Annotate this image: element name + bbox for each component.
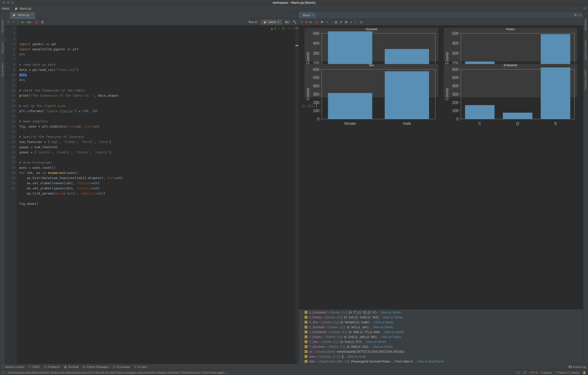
arrow-down-icon[interactable]: ↓ — [17, 20, 19, 24]
editor-tab[interactable]: titanic.py ✕ — [10, 12, 36, 18]
run-cell-icon[interactable]: ▶I — [22, 20, 24, 24]
console-tab[interactable]: titanic ✕ — [299, 12, 317, 18]
svg-text:Counts: Counts — [306, 52, 310, 64]
svg-text:500: 500 — [452, 31, 458, 36]
close-dot[interactable] — [2, 1, 5, 4]
svg-text:300: 300 — [452, 92, 458, 96]
svg-point-2 — [13, 14, 13, 14]
var-row[interactable]: 〉axes = {ndarray: (2, 2)} [[ …View as Ar… — [299, 354, 583, 359]
svg-text:male: male — [403, 121, 411, 126]
event-log-label: Event Log — [573, 365, 586, 368]
svg-text:300: 300 — [313, 51, 319, 55]
debug-icon[interactable]: 🐞 — [315, 20, 318, 24]
delete-icon[interactable]: 🗑 — [41, 20, 44, 24]
arrow-up-icon[interactable]: ↑ — [13, 20, 14, 24]
code-editor[interactable]: 1▶23▶45678▶91011121314151617181920212223… — [5, 26, 298, 364]
history-icon[interactable]: ◷ — [360, 20, 362, 24]
run-in-label: Run in: — [249, 20, 258, 24]
settings2-icon[interactable]: ✱ — [321, 20, 323, 24]
wrench-icon[interactable]: 🔧 — [293, 20, 296, 24]
tool-todo[interactable]: ≡ TODO — [29, 365, 40, 368]
window-controls[interactable] — [0, 1, 14, 4]
var-row[interactable]: 〉Y_Survived = {Series: (2,)} (0, 549) (1… — [299, 344, 583, 349]
var-row[interactable]: 〉ax = {AxesSubplot} AxesSubplot(0.547727… — [299, 349, 583, 354]
rail-structure[interactable]: Structure — [1, 42, 4, 53]
console-icon[interactable]: ▶_ — [285, 20, 290, 24]
tool-problems[interactable]: ⊘ Problems — [44, 365, 60, 369]
link-icon[interactable]: ∞ — [350, 20, 352, 24]
popout-icon[interactable]: ⇱ — [584, 7, 586, 10]
stop-icon[interactable]: ■ — [306, 20, 307, 24]
rail-workspace[interactable]: Workspace — [1, 19, 4, 33]
svg-text:300: 300 — [452, 51, 458, 55]
svg-rect-82 — [541, 67, 570, 119]
breadcrumb-file[interactable]: titanic.py — [20, 7, 31, 10]
var-row[interactable]: 〉Y_Embarked = {Series: (3,)} (0, 168) (1… — [299, 330, 583, 335]
event-log[interactable]: 1 Event Log — [568, 365, 586, 368]
close-tab-icon[interactable]: ✕ — [31, 13, 33, 16]
var-row[interactable]: 〉X_Sex = {Series: (2,)} (0, 'female') (1… — [299, 320, 583, 325]
rail-bookmarks[interactable]: Bookmarks — [1, 63, 4, 77]
tool-terminal[interactable]: ▣ Terminal — [64, 365, 78, 369]
status-message[interactable]: Download pre-built shared indexes: Reduc… — [8, 371, 228, 374]
layout2-icon[interactable]: ⇵ — [340, 20, 342, 24]
var-row[interactable]: 〉X_Embarked = {Series: (3,)} (0, 'C') (1… — [299, 310, 583, 315]
run-icon[interactable]: ▶ — [310, 20, 312, 24]
run-env-selector[interactable]: titanic ▼ — [261, 20, 282, 25]
run-all-icon[interactable]: ▶▶ — [27, 20, 32, 24]
lock-icon[interactable]: 🔒 — [583, 371, 586, 374]
tool-r-console[interactable]: ℝ R Console — [113, 365, 130, 369]
indent[interactable]: 4 spaces — [541, 371, 552, 374]
plot-more-icon[interactable]: ⋮ — [579, 27, 582, 30]
breadcrumb-project[interactable]: titanic — [2, 7, 10, 10]
svg-text:100: 100 — [452, 109, 458, 113]
svg-text:S: S — [554, 121, 557, 126]
settings-icon[interactable]: ⚙ — [574, 13, 577, 17]
status-bar: ▢ Download pre-built shared indexes: Red… — [0, 370, 588, 375]
var-row[interactable]: 〉Y_Sex = {Series: (2,)} (0, 314) (1, 577… — [299, 339, 583, 344]
min-dot[interactable] — [7, 1, 10, 4]
status-hint-icon[interactable]: ▢ — [2, 371, 4, 374]
var-row[interactable]: 〉X_Pclass = {Series: (3,)} (0, '1st') (1… — [299, 315, 583, 320]
svg-rect-60 — [385, 71, 429, 119]
print-icon[interactable]: 🖶 — [345, 20, 348, 24]
interpreter[interactable]: Python 3.7 (base) — [555, 371, 579, 374]
svg-text:600: 600 — [313, 67, 319, 72]
add-icon[interactable]: ＋ — [326, 20, 329, 24]
bottom-toolbar: ᛉ Version Control≡ TODO⊘ Problems▣ Termi… — [0, 364, 588, 370]
var-row[interactable]: 〉Y_Pclass = {Series: (3,)} (0, 216) (1, … — [299, 335, 583, 339]
tool-version-control[interactable]: ᛉ Version Control — [2, 365, 24, 368]
line-ending[interactable]: LF — [523, 371, 527, 374]
tool-python-packages[interactable]: ⊞ Python Packages — [83, 365, 109, 369]
max-dot[interactable] — [11, 1, 14, 4]
event-log-badge: 1 — [568, 365, 572, 368]
rerun-icon[interactable]: ↻ — [301, 20, 303, 24]
python-file-icon — [12, 13, 15, 16]
rail-jupyter-variables[interactable]: Jupyter Variables — [584, 69, 587, 90]
tab-more-icon[interactable]: ⋮ — [291, 12, 298, 18]
rail-python-console[interactable]: Python Console — [584, 40, 587, 60]
fast-forward-icon[interactable]: 》 — [355, 20, 357, 24]
encoding[interactable]: UTF-8 — [530, 371, 538, 374]
var-row[interactable]: 〉data = {DataFrame: (891, 12)} Passenger… — [299, 359, 583, 364]
close-console-tab-icon[interactable]: ✕ — [312, 13, 314, 17]
ok-indicator[interactable]: ✔ 16 — [278, 26, 285, 31]
variables-panel[interactable]: 〉X_Embarked = {Series: (3,)} (0, 'C') (1… — [299, 309, 583, 364]
rail-database[interactable]: Database — [584, 19, 587, 31]
warning-indicator[interactable]: ▲ 1 — [271, 26, 276, 31]
nav-down-icon[interactable]: ∨ — [293, 26, 294, 31]
layout1-icon[interactable]: ▤ — [335, 20, 337, 24]
svg-text:Counts: Counts — [445, 52, 449, 64]
add-cell-icon[interactable]: ＋ — [7, 20, 10, 24]
debug-icon[interactable]: 🐞 — [35, 20, 38, 24]
var-row[interactable]: 〉X_Survived = {Series: (2,)} (0, 'no') (… — [299, 325, 583, 330]
svg-rect-58 — [328, 93, 372, 119]
editor-scrollbar[interactable] — [295, 26, 298, 364]
nav-up-icon[interactable]: ヘ — [287, 26, 290, 31]
tool-r-jobs[interactable]: ℝ R Jobs — [134, 365, 147, 369]
python-file-icon — [14, 7, 18, 10]
minimize-icon[interactable]: — — [578, 13, 582, 17]
console-tab-label: titanic — [303, 13, 310, 17]
caret-pos[interactable]: 1:1 — [516, 371, 520, 374]
svg-text:400: 400 — [452, 84, 458, 88]
